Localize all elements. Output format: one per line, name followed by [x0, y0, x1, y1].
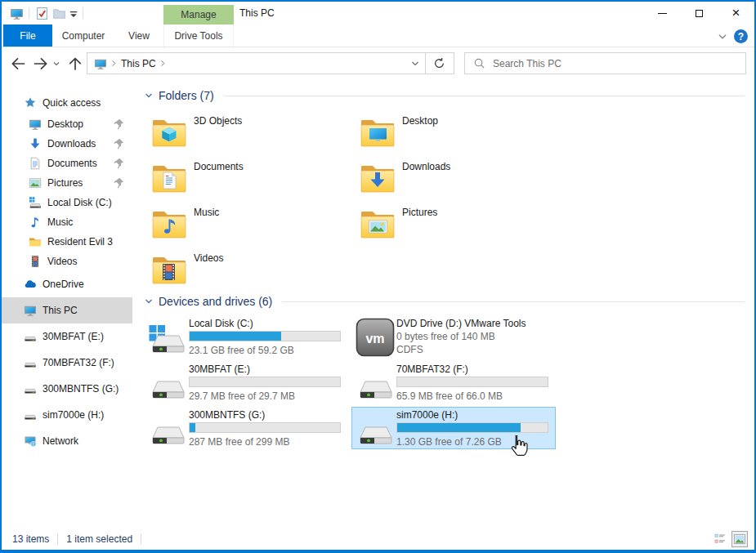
drive-free-space-text: CDFS	[396, 344, 423, 355]
thumbnail-view-button[interactable]	[731, 531, 748, 547]
up-icon[interactable]	[65, 54, 85, 74]
folder-tile-videos[interactable]: Videos	[144, 247, 349, 289]
folder-label: Downloads	[402, 161, 450, 172]
drive-tile-dvd-drive-d-vmware-tools[interactable]: vmDVD Drive (D:) VMware Tools0 bytes fre…	[351, 315, 556, 358]
tab-file[interactable]: File	[3, 25, 52, 47]
group-collapse-icon[interactable]	[144, 297, 154, 306]
forward-icon[interactable]	[31, 54, 51, 74]
tab-computer[interactable]: Computer	[52, 25, 114, 47]
sidebar-item-onedrive[interactable]: OneDrive	[2, 271, 132, 297]
drive-free-space-text: 1.30 GB free of 7.26 GB	[396, 436, 502, 448]
maximize-button[interactable]	[681, 2, 718, 25]
help-icon[interactable]: ?	[734, 29, 748, 43]
drive-tile-300mbntfs-g[interactable]: 300MBNTFS (G:)287 MB free of 299 MB	[144, 407, 348, 449]
pin-icon	[112, 118, 125, 131]
folder-label: Pictures	[402, 207, 437, 218]
sidebar-item-30mbfat-e[interactable]: 30MBFAT (E:)	[2, 323, 132, 350]
desktop-icon	[29, 118, 42, 131]
folder-tile-pictures[interactable]: Pictures	[352, 201, 557, 243]
group-title[interactable]: Folders (7)	[159, 89, 214, 102]
drive-tile-sim7000e-h[interactable]: sim7000e (H:)1.30 GB free of 7.26 GB	[351, 407, 556, 449]
capacity-bar	[189, 422, 341, 433]
status-separator	[57, 533, 58, 545]
folder-tile-desktop[interactable]: Desktop	[352, 109, 557, 152]
thispc-icon	[24, 304, 37, 317]
group-title[interactable]: Devices and drives (6)	[159, 295, 272, 308]
sidebar-item-label: 70MBFAT32 (F:)	[42, 357, 114, 368]
sidebar-item-local-disk-c[interactable]: Local Disk (C:)	[2, 193, 132, 212]
tab-drive-tools[interactable]: Drive Tools	[163, 25, 234, 47]
address-bar[interactable]: This PC	[87, 52, 426, 74]
details-view-button[interactable]	[712, 531, 728, 547]
sidebar-item-desktop[interactable]: Desktop	[2, 114, 132, 134]
videos-icon	[29, 255, 42, 268]
drive-tile-30mbfat-e[interactable]: 30MBFAT (E:)29.7 MB free of 29.7 MB	[144, 361, 348, 404]
back-icon[interactable]	[8, 54, 28, 74]
recent-locations-chevron-icon[interactable]	[51, 54, 62, 74]
drive-label: DVD Drive (D:) VMware Tools	[396, 318, 526, 329]
sidebar-item-label: Network	[42, 435, 78, 447]
capacity-bar	[189, 331, 341, 341]
music-icon	[29, 216, 42, 229]
folder-tile-downloads[interactable]: Downloads	[352, 155, 557, 198]
group-header-drives[interactable]: Devices and drives (6)	[144, 294, 745, 309]
drive48-icon	[148, 414, 187, 453]
ribbon-collapse-icon[interactable]	[717, 31, 728, 42]
capacity-bar-fill	[190, 423, 195, 432]
sidebar-item-pictures[interactable]: Pictures	[2, 173, 132, 193]
new-folder-icon[interactable]	[52, 7, 66, 20]
sidebar-item-network[interactable]: Network	[2, 428, 132, 454]
breadcrumb-chevron-icon[interactable]	[160, 60, 166, 67]
drive16-icon	[24, 382, 37, 395]
document-icon	[29, 157, 42, 170]
group-collapse-icon[interactable]	[144, 91, 154, 100]
sidebar-item-300mbntfs-g[interactable]: 300MBNTFS (G:)	[2, 376, 132, 402]
vmware-icon: vm	[356, 318, 395, 357]
sidebar-item-resident-evil-3[interactable]: Resident Evil 3	[2, 232, 132, 252]
drive-free-space-text: 0 bytes free of 140 MB	[396, 331, 495, 342]
sidebar-item-downloads[interactable]: Downloads	[2, 134, 132, 154]
maximize-icon	[696, 10, 703, 17]
sidebar-item-label: Quick access	[42, 97, 101, 109]
minimize-button[interactable]	[644, 2, 681, 25]
downloads-icon	[29, 137, 42, 150]
explorer-window: Manage This PC × File Computer View Driv…	[0, 0, 756, 553]
sidebar-item-quick-access[interactable]: Quick access	[2, 91, 132, 114]
sidebar-item-music[interactable]: Music	[2, 212, 132, 232]
folder-tile-3d-objects[interactable]: 3D Objects	[144, 109, 349, 152]
sidebar-item-70mbfat32-f[interactable]: 70MBFAT32 (F:)	[2, 350, 132, 376]
drive-label: 30MBFAT (E:)	[189, 363, 250, 375]
folder-tile-documents[interactable]: Documents	[144, 155, 349, 198]
group-header-folders[interactable]: Folders (7)	[144, 88, 745, 103]
breadcrumb-root[interactable]: This PC	[121, 58, 156, 69]
capacity-bar-fill	[397, 423, 521, 432]
tab-view[interactable]: View	[114, 25, 163, 47]
properties-check-icon[interactable]	[35, 7, 49, 20]
folder-tile-music[interactable]: Music	[144, 201, 349, 243]
sidebar-item-sim7000e-h[interactable]: sim7000e (H:)	[2, 402, 132, 428]
sidebar-item-label: 300MBNTFS (G:)	[42, 383, 119, 395]
folder-label: 3D Objects	[194, 115, 242, 127]
sidebar-item-this-pc[interactable]: This PC	[2, 297, 132, 323]
close-button[interactable]: ×	[718, 2, 754, 25]
search-icon	[473, 57, 485, 69]
refresh-button[interactable]	[425, 52, 454, 74]
sidebar-item-videos[interactable]: Videos	[2, 252, 132, 271]
sidebar-item-label: Documents	[47, 158, 97, 169]
drive-tile-local-disk-c[interactable]: Local Disk (C:)23.1 GB free of 59.2 GB	[144, 315, 348, 358]
breadcrumb-chevron-icon[interactable]	[111, 60, 117, 67]
computer-icon[interactable]	[10, 7, 24, 20]
qat-dropdown-icon[interactable]	[69, 7, 78, 20]
address-dropdown-icon[interactable]	[410, 59, 420, 69]
selection-count: 1 item selected	[66, 533, 132, 545]
capacity-bar	[189, 377, 341, 387]
star-icon	[24, 96, 37, 109]
sidebar-item-documents[interactable]: Documents	[2, 154, 132, 173]
folder-videos-icon	[150, 249, 189, 288]
drive-tile-70mbfat32-f[interactable]: 70MBFAT32 (F:)65.9 MB free of 66.0 MB	[351, 361, 556, 404]
sidebar-item-label: Desktop	[47, 118, 83, 130]
thispc-crumb-icon[interactable]	[94, 57, 107, 70]
contextual-tab-header: Manage	[163, 5, 234, 25]
folder-downloads-icon	[358, 158, 397, 197]
search-input[interactable]: Search This PC	[464, 52, 746, 74]
